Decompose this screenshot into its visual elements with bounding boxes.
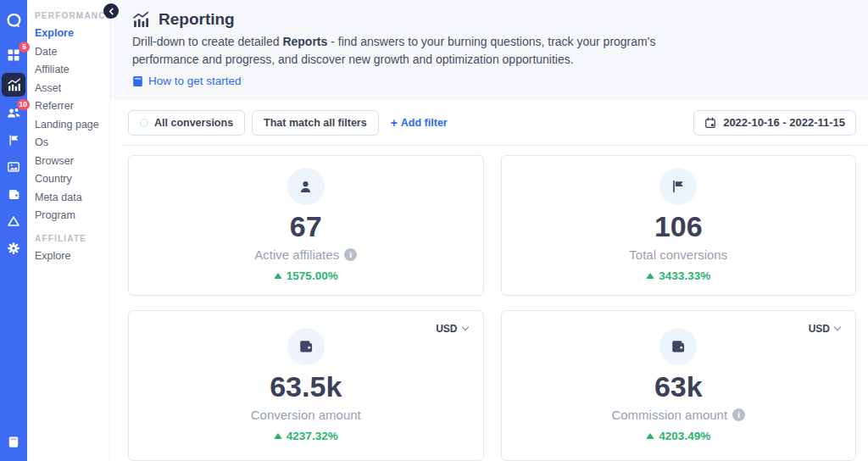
sidebar-item-explore[interactable]: Explore xyxy=(35,28,109,40)
image-icon xyxy=(7,160,20,174)
section-label-performance: PERFORMANCE xyxy=(35,11,109,20)
active-affiliates-delta: 1575.00% xyxy=(274,269,338,282)
commission-amount-label: Commission amount i xyxy=(611,408,745,422)
card-icon-circle xyxy=(659,328,697,365)
date-range-picker[interactable]: 2022-10-16 - 2022-11-15 xyxy=(693,110,856,136)
description-prefix: Drill-down to create detailed xyxy=(132,35,282,48)
card-label-text: Conversion amount xyxy=(251,408,361,422)
currency-selector[interactable]: USD xyxy=(809,323,842,335)
stat-cards-grid: 67 Active affiliates i 1575.00% 106 Tota… xyxy=(110,146,868,461)
affiliates-badge: 10 xyxy=(17,99,30,110)
main-content: Reporting Drill-down to create detailed … xyxy=(110,0,868,461)
arrow-up-icon xyxy=(646,433,654,439)
wallet-icon xyxy=(8,188,20,201)
sidebar: PERFORMANCE Explore Date Affiliate Asset… xyxy=(27,0,110,461)
wallet-icon xyxy=(670,339,686,354)
description-bold: Reports xyxy=(282,35,327,48)
grid-icon xyxy=(7,48,20,62)
all-conversions-button[interactable]: All conversions xyxy=(128,110,245,136)
flag-icon xyxy=(670,179,686,194)
delta-value: 3433.33% xyxy=(659,269,710,282)
rail-item-reporting[interactable] xyxy=(2,73,25,97)
all-conversions-label: All conversions xyxy=(154,117,233,129)
currency-value: USD xyxy=(809,323,830,335)
card-icon-circle xyxy=(287,328,325,365)
arrow-up-icon xyxy=(274,273,282,279)
tapfiliate-logo-icon xyxy=(4,11,24,31)
rail-item-docs[interactable] xyxy=(4,432,23,451)
triangle-icon xyxy=(7,214,20,228)
commission-amount-delta: 4203.49% xyxy=(646,430,710,442)
sidebar-item-landing-page[interactable]: Landing page xyxy=(35,119,109,131)
card-conversion-amount: USD 63.5k Conversion amount 4237.32% xyxy=(128,310,484,461)
card-label-text: Commission amount xyxy=(611,408,727,422)
card-icon-circle xyxy=(287,168,325,205)
conversion-status-icon xyxy=(140,119,148,127)
how-to-get-started-link[interactable]: How to get started xyxy=(132,75,242,87)
match-all-filters-button[interactable]: That match all filters xyxy=(252,110,379,136)
arrow-up-icon xyxy=(274,433,282,439)
sidebar-item-asset[interactable]: Asset xyxy=(35,83,109,95)
book-icon xyxy=(132,75,143,87)
card-label-text: Total conversions xyxy=(629,247,727,262)
page-description: Drill-down to create detailed Reports - … xyxy=(132,33,717,69)
arrow-up-icon xyxy=(646,273,654,279)
conversion-amount-delta: 4237.32% xyxy=(274,430,338,442)
conversion-amount-label: Conversion amount xyxy=(251,408,361,422)
dashboard-badge: 5 xyxy=(19,42,30,53)
card-active-affiliates: 67 Active affiliates i 1575.00% xyxy=(128,155,484,296)
sidebar-item-affiliate[interactable]: Affiliate xyxy=(35,64,109,76)
info-icon[interactable]: i xyxy=(732,408,745,421)
chevron-left-icon xyxy=(108,8,115,15)
sidebar-item-country[interactable]: Country xyxy=(35,174,109,186)
card-label-text: Active affiliates xyxy=(254,247,339,262)
rail-item-payouts[interactable] xyxy=(4,185,23,203)
rail-item-affiliates[interactable]: 10 xyxy=(4,103,23,122)
gear-icon xyxy=(7,242,20,255)
total-conversions-value: 106 xyxy=(654,211,703,242)
add-filter-button[interactable]: + Add filter xyxy=(391,116,448,130)
bar-chart-icon xyxy=(7,78,21,92)
total-conversions-label: Total conversions xyxy=(629,247,727,262)
currency-selector[interactable]: USD xyxy=(436,323,469,335)
flag-icon xyxy=(8,134,20,147)
info-icon[interactable]: i xyxy=(344,248,357,261)
card-icon-circle xyxy=(659,168,697,205)
sidebar-item-date[interactable]: Date xyxy=(35,47,109,58)
commission-amount-value: 63k xyxy=(654,371,703,403)
app-logo[interactable] xyxy=(4,7,24,34)
total-conversions-delta: 3433.33% xyxy=(646,269,710,282)
sidebar-item-program[interactable]: Program xyxy=(35,210,109,222)
card-total-conversions: 106 Total conversions 3433.33% xyxy=(501,155,857,296)
conversion-amount-value: 63.5k xyxy=(270,371,342,403)
how-to-get-started-label: How to get started xyxy=(148,75,242,87)
sidebar-section-affiliate: AFFILIATE Explore xyxy=(35,234,109,263)
rail-item-assets[interactable] xyxy=(4,158,23,176)
filter-toolbar: All conversions That match all filters +… xyxy=(110,101,868,145)
sidebar-item-affiliate-explore[interactable]: Explore xyxy=(35,251,109,263)
currency-value: USD xyxy=(436,323,457,335)
sidebar-section-performance: PERFORMANCE Explore Date Affiliate Asset… xyxy=(35,11,109,222)
delta-value: 1575.00% xyxy=(287,269,338,282)
book-icon xyxy=(8,436,19,448)
rail-item-dashboard[interactable]: 5 xyxy=(4,46,23,64)
date-range-value: 2022-10-16 - 2022-11-15 xyxy=(723,116,845,129)
collapse-sidebar-button[interactable] xyxy=(103,3,119,19)
match-all-filters-label: That match all filters xyxy=(264,117,367,129)
rail-item-funnel[interactable] xyxy=(4,212,23,230)
active-affiliates-value: 67 xyxy=(290,211,322,242)
sidebar-item-os[interactable]: Os xyxy=(35,137,109,149)
sidebar-item-referrer[interactable]: Referrer xyxy=(35,101,109,113)
reporting-title-icon xyxy=(132,11,150,29)
delta-value: 4203.49% xyxy=(659,430,710,442)
user-icon xyxy=(298,179,314,195)
rail-item-settings[interactable] xyxy=(4,239,23,258)
calendar-icon xyxy=(704,117,716,129)
page-title: Reporting xyxy=(159,10,235,29)
chevron-down-icon xyxy=(461,325,470,333)
page-header: Reporting Drill-down to create detailed … xyxy=(110,0,868,101)
wallet-icon xyxy=(298,339,314,354)
sidebar-item-browser[interactable]: Browser xyxy=(35,156,109,168)
rail-item-conversions[interactable] xyxy=(4,131,23,149)
sidebar-item-meta-data[interactable]: Meta data xyxy=(35,192,109,204)
